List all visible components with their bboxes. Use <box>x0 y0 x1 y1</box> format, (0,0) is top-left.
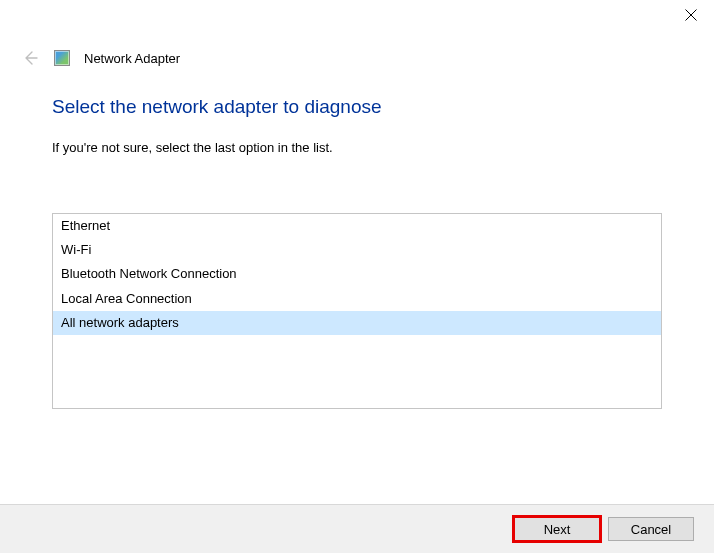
wizard-content: Select the network adapter to diagnose I… <box>0 68 714 409</box>
arrow-left-icon <box>21 49 39 67</box>
back-button[interactable] <box>20 48 40 68</box>
wizard-header: Network Adapter <box>0 36 714 68</box>
list-item[interactable]: Ethernet <box>53 214 661 238</box>
close-button[interactable] <box>668 0 714 30</box>
list-item[interactable]: Wi-Fi <box>53 238 661 262</box>
titlebar <box>0 0 714 36</box>
next-button[interactable]: Next <box>514 517 600 541</box>
page-heading: Select the network adapter to diagnose <box>52 96 662 118</box>
network-adapter-icon <box>54 50 70 66</box>
page-subtext: If you're not sure, select the last opti… <box>52 140 662 155</box>
app-title: Network Adapter <box>84 51 180 66</box>
adapter-listbox[interactable]: Ethernet Wi-Fi Bluetooth Network Connect… <box>52 213 662 409</box>
list-item[interactable]: Bluetooth Network Connection <box>53 262 661 286</box>
close-icon <box>685 9 697 21</box>
list-item[interactable]: Local Area Connection <box>53 287 661 311</box>
list-item[interactable]: All network adapters <box>53 311 661 335</box>
wizard-footer: Next Cancel <box>0 504 714 553</box>
cancel-button[interactable]: Cancel <box>608 517 694 541</box>
